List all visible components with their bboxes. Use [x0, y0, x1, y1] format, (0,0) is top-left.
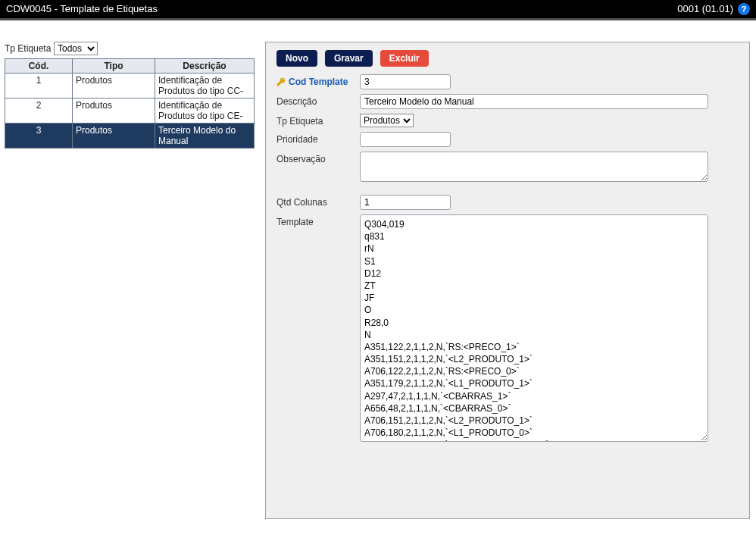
row-observacao: Observação	[276, 152, 739, 184]
tp-etiqueta-filter[interactable]: Todos	[54, 42, 98, 55]
label-cod-template-text: Cod Template	[289, 77, 348, 87]
button-row: Novo Gravar Excluir	[276, 50, 739, 67]
label-tp-etiqueta: Tp Etiqueta	[276, 114, 360, 127]
cell-cod: 1	[5, 74, 73, 99]
label-cod-template: Cod Template	[276, 74, 360, 87]
template-textarea[interactable]	[360, 214, 708, 442]
row-template: Template	[276, 214, 739, 444]
row-tp-etiqueta: Tp Etiqueta Produtos	[276, 114, 739, 127]
label-descricao: Descrição	[276, 94, 360, 107]
row-cod-template: Cod Template	[276, 74, 739, 89]
label-qtd-colunas: Qtd Colunas	[276, 195, 360, 208]
novo-button[interactable]: Novo	[276, 50, 317, 67]
cell-descricao: Terceiro Modelo do Manual	[155, 124, 255, 149]
version-text: 0001 (01.01)	[677, 0, 733, 18]
descricao-input[interactable]	[360, 94, 708, 109]
filter-label: Tp Etiqueta	[5, 43, 51, 54]
gravar-button[interactable]: Gravar	[325, 50, 373, 67]
observacao-textarea[interactable]	[360, 152, 708, 182]
label-observacao: Observação	[276, 152, 360, 164]
th-desc: Descrição	[155, 59, 255, 74]
title-bar: CDW0045 - Template de Etiquetas 0001 (01…	[0, 0, 756, 20]
table-row[interactable]: 2ProdutosIdentificação de Produtos do ti…	[5, 99, 255, 124]
templates-table: Cód. Tipo Descrição 1ProdutosIdentificaç…	[5, 58, 255, 149]
qtd-colunas-input[interactable]	[360, 195, 451, 210]
row-prioridade: Prioridade	[276, 132, 739, 147]
main-area: Tp Etiqueta Todos Cód. Tipo Descrição 1P…	[0, 20, 756, 525]
table-row[interactable]: 3ProdutosTerceiro Modelo do Manual	[5, 124, 255, 149]
cell-cod: 3	[5, 124, 73, 149]
window-title: CDW0045 - Template de Etiquetas	[6, 0, 158, 18]
key-icon	[276, 77, 286, 86]
cell-descricao: Identificação de Produtos do tipo CC-	[155, 74, 255, 99]
table-header-row: Cód. Tipo Descrição	[5, 59, 255, 74]
tp-etiqueta-select[interactable]: Produtos	[360, 114, 414, 127]
excluir-button[interactable]: Excluir	[380, 50, 429, 67]
cell-tipo: Produtos	[73, 124, 155, 149]
cell-tipo: Produtos	[73, 99, 155, 124]
cod-template-input[interactable]	[360, 74, 451, 89]
prioridade-input[interactable]	[360, 132, 451, 147]
label-prioridade: Prioridade	[276, 132, 360, 145]
version-area: 0001 (01.01) ?	[677, 0, 750, 18]
row-qtd-colunas: Qtd Colunas	[276, 195, 739, 210]
help-icon[interactable]: ?	[738, 3, 750, 15]
cell-cod: 2	[5, 99, 73, 124]
row-descricao: Descrição	[276, 94, 739, 109]
table-row[interactable]: 1ProdutosIdentificação de Produtos do ti…	[5, 74, 255, 99]
form-panel: Novo Gravar Excluir Cod Template Descriç…	[265, 42, 750, 519]
filter-row: Tp Etiqueta Todos	[5, 42, 262, 55]
cell-descricao: Identificação de Produtos do tipo CE-	[155, 99, 255, 124]
cell-tipo: Produtos	[73, 74, 155, 99]
left-panel: Tp Etiqueta Todos Cód. Tipo Descrição 1P…	[5, 42, 262, 149]
th-tipo: Tipo	[73, 59, 155, 74]
label-template: Template	[276, 214, 360, 227]
th-cod: Cód.	[5, 59, 73, 74]
